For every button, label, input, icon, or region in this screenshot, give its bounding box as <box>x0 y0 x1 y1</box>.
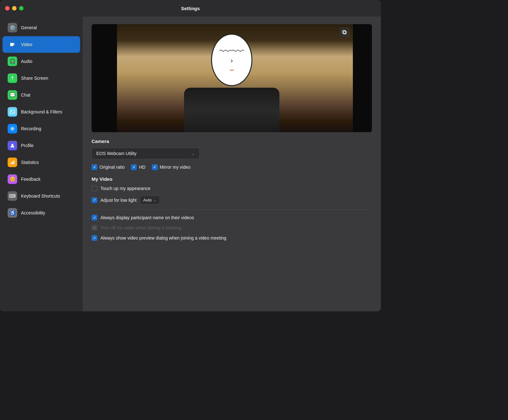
main-content: 〰〰 › ⌣ Camera <box>83 17 381 311</box>
sidebar-label-audio: Audio <box>21 59 32 64</box>
preview-dialog-row: ✓ Always show video preview dialog when … <box>92 235 372 241</box>
hd-checkbox[interactable]: ✓ <box>131 164 137 170</box>
video-icon <box>8 40 17 49</box>
face-mask: 〰〰 › ⌣ <box>211 34 252 86</box>
minimize-button[interactable] <box>12 6 17 10</box>
svg-rect-7 <box>13 160 14 164</box>
camera-section-label: Camera <box>92 139 372 144</box>
camera-section: Camera EOS Webcam Utility ⌄ ✓ Original r… <box>92 139 372 170</box>
mirror-item: ✓ Mirror my video <box>152 164 190 170</box>
content-area: ⚙️ General Video 🎧 Audio <box>0 17 381 311</box>
background-icon <box>8 107 17 117</box>
sidebar-label-share-screen: Share Screen <box>21 76 48 81</box>
sidebar: ⚙️ General Video 🎧 Audio <box>0 17 83 311</box>
turn-off-video-row: ✓ Turn off my video when joining a meeti… <box>92 225 372 231</box>
face-oval: 〰〰 › ⌣ <box>211 34 252 86</box>
recording-icon <box>8 124 17 133</box>
settings-window: Settings ⚙️ General Video 🎧 Audio <box>0 0 381 311</box>
traffic-lights <box>5 6 24 10</box>
touch-up-row: Touch up my appearance <box>92 186 372 191</box>
sidebar-label-statistics: Statistics <box>21 160 39 165</box>
feedback-icon: 😊 <box>8 174 17 184</box>
svg-rect-5 <box>10 162 11 164</box>
sidebar-item-profile[interactable]: Profile <box>3 137 80 154</box>
turn-off-video-checkbox[interactable]: ✓ <box>92 225 97 231</box>
maximize-button[interactable] <box>19 6 24 10</box>
my-video-section: My Video Touch up my appearance ✓ Adjust… <box>92 176 372 241</box>
general-icon: ⚙️ <box>8 23 17 32</box>
camera-dropdown[interactable]: EOS Webcam Utility ⌄ <box>92 148 200 159</box>
sidebar-item-audio[interactable]: 🎧 Audio <box>3 53 80 70</box>
low-light-row: ✓ Adjust for low light Auto ⌄ <box>92 196 372 204</box>
camera-dropdown-value: EOS Webcam Utility <box>96 151 137 156</box>
title-bar: Settings <box>0 0 381 17</box>
original-ratio-item: ✓ Original ratio <box>92 164 125 170</box>
sidebar-label-background: Background & Filters <box>21 109 62 114</box>
right-black-strip <box>353 24 372 132</box>
preview-dialog-checkbox[interactable]: ✓ <box>92 235 97 241</box>
face-mouth: ⌣ <box>230 66 234 73</box>
mirror-label: Mirror my video <box>160 165 190 170</box>
chat-icon: 💬 <box>8 90 17 100</box>
sidebar-label-profile: Profile <box>21 143 34 148</box>
display-name-row: ✓ Always display participant name on the… <box>92 215 372 220</box>
sidebar-item-recording[interactable]: Recording <box>3 120 80 137</box>
svg-point-4 <box>11 144 13 146</box>
turn-off-video-label: Turn off my video when joining a meeting <box>100 225 181 230</box>
share-screen-icon <box>8 73 17 83</box>
sidebar-item-feedback[interactable]: 😊 Feedback <box>3 171 80 187</box>
camera-dropdown-arrow: ⌄ <box>192 151 195 156</box>
face-nose: › <box>230 57 233 64</box>
video-preview: 〰〰 › ⌣ <box>92 24 372 132</box>
face-eyes: 〰〰 <box>219 47 244 56</box>
accessibility-icon: ♿ <box>8 208 17 218</box>
sidebar-label-accessibility: Accessibility <box>21 210 45 215</box>
mirror-checkbox[interactable]: ✓ <box>152 164 158 170</box>
sidebar-item-accessibility[interactable]: ♿ Accessibility <box>3 205 80 221</box>
low-light-dropdown-arrow: ⌄ <box>154 198 156 202</box>
sidebar-label-recording: Recording <box>21 126 41 131</box>
display-name-checkbox[interactable]: ✓ <box>92 215 97 220</box>
sidebar-label-general: General <box>21 25 37 30</box>
low-light-label: Adjust for low light <box>100 198 137 203</box>
person-body <box>184 88 279 132</box>
sidebar-label-chat: Chat <box>21 92 31 98</box>
my-video-label: My Video <box>92 176 372 182</box>
svg-rect-6 <box>12 161 13 164</box>
sidebar-item-keyboard[interactable]: ⌨ Keyboard Shortcuts <box>3 188 80 204</box>
sidebar-label-feedback: Feedback <box>21 177 40 182</box>
close-button[interactable] <box>5 6 10 10</box>
sidebar-item-share-screen[interactable]: Share Screen <box>3 70 80 86</box>
audio-icon: 🎧 <box>8 57 17 66</box>
low-light-dropdown[interactable]: Auto ⌄ <box>140 196 160 204</box>
keyboard-icon: ⌨ <box>8 191 17 201</box>
window-title: Settings <box>181 6 200 11</box>
low-light-checkbox[interactable]: ✓ <box>92 197 97 203</box>
hd-item: ✓ HD <box>131 164 145 170</box>
sidebar-item-background[interactable]: Background & Filters <box>3 104 80 120</box>
statistics-icon <box>8 158 17 167</box>
divider <box>92 209 372 210</box>
svg-point-3 <box>12 128 13 130</box>
camera-checkbox-row: ✓ Original ratio ✓ HD ✓ Mir <box>92 164 372 170</box>
display-name-label: Always display participant name on their… <box>100 215 194 220</box>
copy-icon-button[interactable] <box>340 27 350 37</box>
original-ratio-label: Original ratio <box>100 165 125 170</box>
sidebar-item-statistics[interactable]: Statistics <box>3 154 80 171</box>
hd-label: HD <box>139 165 145 170</box>
sidebar-label-keyboard: Keyboard Shortcuts <box>21 193 60 199</box>
sidebar-item-video[interactable]: Video <box>3 36 80 53</box>
original-ratio-checkbox[interactable]: ✓ <box>92 164 97 170</box>
sidebar-item-general[interactable]: ⚙️ General <box>3 19 80 36</box>
preview-dialog-label: Always show video preview dialog when jo… <box>100 235 226 240</box>
profile-icon <box>8 141 17 150</box>
left-black-strip <box>92 24 117 132</box>
sidebar-item-chat[interactable]: 💬 Chat <box>3 87 80 103</box>
sidebar-label-video: Video <box>21 42 32 47</box>
touch-up-checkbox[interactable] <box>92 186 97 191</box>
low-light-dropdown-value: Auto <box>143 198 152 202</box>
touch-up-label: Touch up my appearance <box>100 186 150 191</box>
